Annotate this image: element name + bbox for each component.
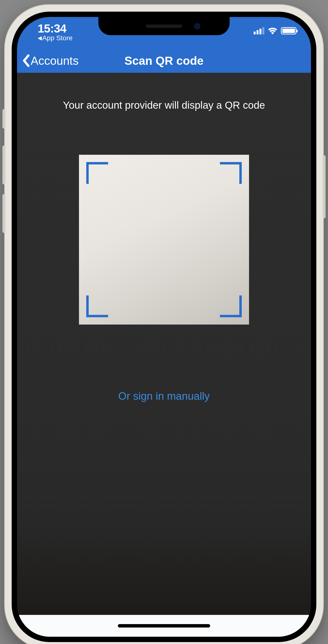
qr-scanner-viewport[interactable] bbox=[79, 155, 249, 324]
speaker bbox=[146, 24, 182, 28]
front-camera bbox=[194, 23, 201, 29]
power-button[interactable] bbox=[323, 155, 325, 218]
back-to-app-link[interactable]: ◀ App Store bbox=[38, 34, 73, 42]
page-title: Scan QR code bbox=[124, 54, 203, 68]
silence-switch[interactable] bbox=[3, 109, 5, 128]
scanner-corner-bl-icon bbox=[86, 296, 108, 317]
back-triangle-icon: ◀ bbox=[38, 35, 42, 41]
navigation-bar: Accounts Scan QR code bbox=[17, 48, 311, 73]
scanner-corner-tr-icon bbox=[220, 162, 242, 184]
cellular-signal-icon bbox=[254, 27, 264, 34]
screen: 15:34 ◀ App Store bbox=[17, 17, 311, 637]
volume-up-button[interactable] bbox=[3, 146, 5, 184]
instruction-text: Your account provider will display a QR … bbox=[17, 73, 311, 111]
wifi-icon bbox=[268, 27, 277, 34]
sign-in-manually-link[interactable]: Or sign in manually bbox=[17, 390, 311, 402]
scanner-corner-br-icon bbox=[220, 296, 242, 317]
phone-bezel: 15:34 ◀ App Store bbox=[12, 12, 316, 642]
back-to-app-label: App Store bbox=[42, 34, 73, 42]
back-button-label: Accounts bbox=[31, 54, 78, 68]
home-indicator-area bbox=[17, 615, 311, 637]
home-indicator[interactable] bbox=[118, 624, 210, 628]
status-bar-right bbox=[254, 22, 299, 34]
phone-frame: 15:34 ◀ App Store bbox=[5, 5, 323, 644]
status-bar-left: 15:34 ◀ App Store bbox=[29, 22, 73, 42]
chevron-left-icon bbox=[22, 54, 31, 67]
content-area: Your account provider will display a QR … bbox=[17, 73, 311, 637]
status-bar-time: 15:34 bbox=[38, 22, 66, 35]
volume-down-button[interactable] bbox=[3, 194, 5, 233]
back-button[interactable]: Accounts bbox=[17, 54, 78, 68]
battery-icon bbox=[281, 27, 296, 34]
scanner-corner-tl-icon bbox=[86, 162, 108, 184]
notch bbox=[98, 17, 230, 35]
